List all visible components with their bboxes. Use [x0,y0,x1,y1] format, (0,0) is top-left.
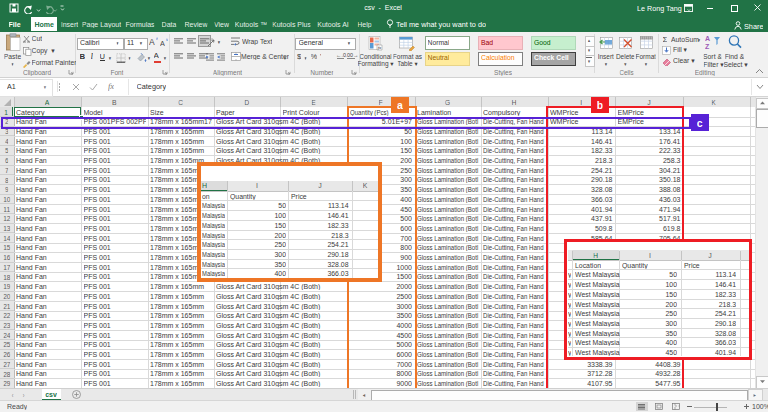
svg-text:A: A [705,35,710,42]
svg-text:Z: Z [705,43,710,50]
